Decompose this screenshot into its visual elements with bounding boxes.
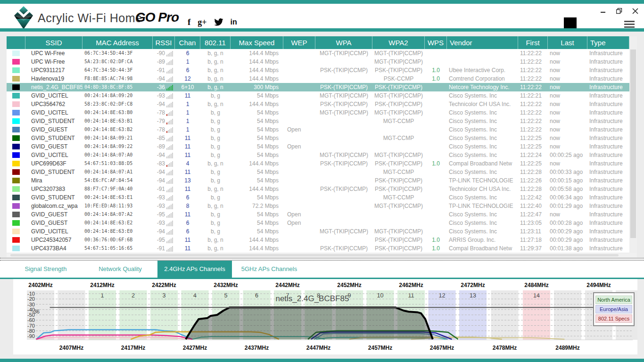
acrylic-wifi-home-window: Acrylic Wi-Fi Home GO Pro f g+ in SSIDMA… xyxy=(0,0,644,362)
channel-number: 6 xyxy=(255,292,258,299)
column-header-ssid[interactable]: SSID xyxy=(25,36,83,49)
table-row[interactable]: UPC Wi-Free06:7C:34:5D:44:3F-906b, g, n1… xyxy=(7,49,629,58)
cell-rssi: -91 xyxy=(153,66,175,74)
column-header-std[interactable]: 802.11 xyxy=(200,36,231,49)
table-row[interactable]: GVID_STUDENT00:24:14:8A:09:21-8511b, g54… xyxy=(7,134,629,142)
cell-first: 11:29:37 xyxy=(518,244,548,253)
cell-wpa2: PSK-(TKIP|CCMP) xyxy=(372,100,425,108)
table-row[interactable]: GVID_UCITEL00:24:14:8A:07:A0-9411b, g54 … xyxy=(7,151,629,159)
cell-wpa2: MGT-CCMP xyxy=(372,117,425,125)
column-header-wpa[interactable]: WPA xyxy=(315,36,372,49)
cell-first: 11:22:22 xyxy=(518,100,548,108)
cell-swatch xyxy=(7,100,25,108)
table-row[interactable]: GVID_GUEST00:24:14:8E:63:B2-781b, g54 Mb… xyxy=(7,125,629,134)
hamburger-menu-icon[interactable] xyxy=(624,21,635,28)
cell-type: Infrastructure xyxy=(587,49,629,58)
column-header-wpa2[interactable]: WPA2 xyxy=(372,36,425,49)
tab-network-quality[interactable]: Network Quality xyxy=(83,261,157,278)
table-row-selected[interactable]: netis_2.4G_BCBF8504:8D:38:BC:BF:85-366+1… xyxy=(7,83,629,91)
column-header-mac[interactable]: MAC Address xyxy=(83,36,153,49)
column-header-vendor[interactable]: Vendor xyxy=(447,36,518,49)
cell-rssi: -93 xyxy=(153,202,175,210)
cell-mac: 00:24:14:8A:07:A0 xyxy=(83,151,153,159)
table-row[interactable]: GVID_STUDENT00:24:14:8E:63:E1-936b, g54 … xyxy=(7,193,629,202)
table-row[interactable]: GVID_GUEST00:24:14:8A:09:22-8911b, g54 M… xyxy=(7,142,629,151)
column-header-wps[interactable]: WPS xyxy=(425,36,447,49)
tab-2-4ghz-aps-channels[interactable]: 2.4GHz APs Channels xyxy=(157,261,232,278)
table-row[interactable]: UPC4373BA454:67:51:05:16:65-9111b, g, n1… xyxy=(7,244,629,253)
cell-wep xyxy=(283,159,315,168)
cell-last: now xyxy=(548,91,587,100)
rssi-value: -83 xyxy=(157,159,165,168)
cell-vendor xyxy=(447,58,518,66)
cell-vendor: Compal Broadband Netw xyxy=(447,159,518,168)
cell-wpa xyxy=(315,134,372,142)
table-row[interactable]: GVID_STUDENT00:24:14:8A:07:A1-9411b, g54… xyxy=(7,168,629,176)
table-row[interactable]: GVID_UCITEL00:24:14:8E:63:B0-781b, g54 M… xyxy=(7,108,629,117)
close-button[interactable] xyxy=(632,8,638,14)
rssi-value: -85 xyxy=(157,134,165,142)
cell-last: 00:06:34 ago xyxy=(548,193,587,202)
table-row[interactable]: GVID_GUEST00:24:14:8E:63:E2-936b, g54 Mb… xyxy=(7,219,629,227)
table-row[interactable]: GVID_UCITEL00:24:14:8E:63:E0-946b, g54 M… xyxy=(7,227,629,236)
column-header-last[interactable]: Last xyxy=(548,36,587,49)
cell-wep xyxy=(283,58,315,66)
column-header-speed[interactable]: Max Speed xyxy=(231,36,283,49)
minimize-button[interactable] xyxy=(600,8,606,14)
freq-label-top: 2462MHz xyxy=(399,282,423,288)
column-header-swatch[interactable] xyxy=(7,36,25,49)
cell-vendor: Cisco Systems. Inc xyxy=(447,142,518,151)
cell-wpa2 xyxy=(372,142,425,151)
rssi-value: -91 xyxy=(157,66,165,74)
horizontal-scrollbar[interactable] xyxy=(7,253,637,257)
cell-wep xyxy=(283,134,315,142)
table-row[interactable]: GVID_GUEST00:24:14:8A:07:A2-9511b, g54 M… xyxy=(7,210,629,219)
table-row[interactable]: UPC320738388:F7:C7:9F:0A:40-9111b, g, n1… xyxy=(7,185,629,193)
tab-5ghz-aps-channels[interactable]: 5GHz APs Channels xyxy=(232,261,306,278)
app-title: Acrylic Wi-Fi Home xyxy=(38,11,142,25)
horizontal-scrollbar-thumb[interactable] xyxy=(10,254,619,256)
column-header-rssi[interactable]: RSSI xyxy=(153,36,175,49)
column-header-chan[interactable]: Chan xyxy=(175,36,200,49)
cell-ssid: UPC9311217 xyxy=(25,66,83,74)
cell-wep xyxy=(283,91,315,100)
cell-last: now xyxy=(548,134,587,142)
cell-wpa: MGT-(TKIP|CCMP) xyxy=(315,227,372,236)
table-row[interactable]: UPC356476258:23:8C:02:DF:C8-941b, g, n14… xyxy=(7,100,629,108)
google-plus-icon[interactable]: g+ xyxy=(198,17,206,27)
table-row[interactable]: Havlenova19F8:8E:85:AC:74:98-9412b, g, n… xyxy=(7,74,629,83)
table-row[interactable]: Mira54:E6:FC:AF:84:54-9413b, g54 MbpsPSK… xyxy=(7,176,629,185)
vertical-scrollbar[interactable] xyxy=(629,36,637,253)
column-header-type[interactable]: Type xyxy=(587,36,629,49)
cell-wps xyxy=(425,58,447,66)
cell-vendor: Cisco Systems. Inc xyxy=(447,108,518,117)
restore-button[interactable] xyxy=(616,8,622,14)
cell-swatch xyxy=(7,58,25,66)
cell-chan: 6 xyxy=(175,219,200,227)
table-row[interactable]: GVID_STUDENT00:24:14:8E:63:B1-791b, g54 … xyxy=(7,117,629,125)
table-row[interactable]: globalcom.cz_wpa10:FE:ED:A8:11:93-938b, … xyxy=(7,202,629,210)
twitter-icon[interactable] xyxy=(214,18,223,26)
cell-std: b, g xyxy=(200,142,231,151)
table-row[interactable]: UPC699D63F54:67:51:03:88:D5-834b, g, n14… xyxy=(7,159,629,168)
column-header-first[interactable]: First xyxy=(518,36,548,49)
table-row[interactable]: UPC Wi-Free5A:23:8C:02:DF:CA-891b, g, n1… xyxy=(7,58,629,66)
freq-label-bottom: 2407MHz xyxy=(59,345,83,351)
cell-type: Infrastructure xyxy=(587,108,629,117)
table-row[interactable]: UPC24534205700:36:76:0D:6F:6B-9511b, g, … xyxy=(7,236,629,244)
table-row[interactable]: GVID_UCITEL00:24:14:8A:09:20-9311b, g54 … xyxy=(7,91,629,100)
tab-signal-strength[interactable]: Signal Strength xyxy=(8,261,83,278)
social-links: f g+ in xyxy=(188,17,237,27)
linkedin-icon[interactable]: in xyxy=(231,17,237,27)
table-row[interactable]: UPC931121764:7C:34:5D:44:3F-916b, g, n14… xyxy=(7,66,629,74)
signal-bars-icon xyxy=(166,101,174,107)
facebook-icon[interactable]: f xyxy=(188,17,190,27)
cell-wpa xyxy=(315,219,372,227)
go-pro-button[interactable]: GO Pro xyxy=(135,10,179,25)
cell-ssid: GVID_STUDENT xyxy=(25,134,83,142)
vertical-scrollbar-thumb[interactable] xyxy=(630,49,636,238)
column-header-wep[interactable]: WEP xyxy=(283,36,315,49)
cell-mac: 58:23:8C:02:DF:C8 xyxy=(83,100,153,108)
channel-number: 5 xyxy=(224,292,228,299)
cell-wep: Open xyxy=(283,125,315,134)
